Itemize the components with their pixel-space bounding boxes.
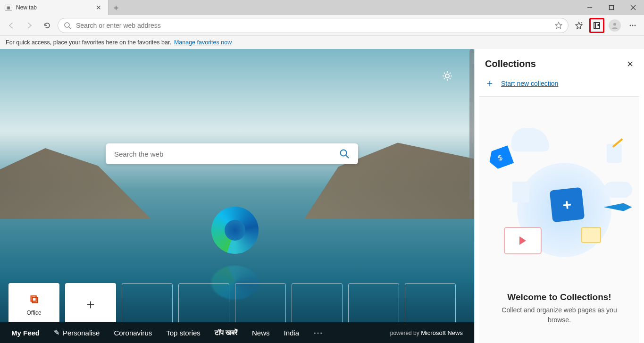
close-tab-icon[interactable]: ✕ — [94, 2, 103, 13]
browser-tab[interactable]: ▦ New tab ✕ — [0, 0, 109, 15]
collections-title: Collections — [485, 59, 536, 69]
top-sites: ⧉ Office ＋ — [8, 283, 456, 326]
favorites-hint: For quick access, place your favorites h… — [6, 39, 171, 46]
feed-personalise[interactable]: ✎ Personalise — [54, 328, 100, 337]
add-tile-icon: + — [549, 187, 585, 223]
svg-point-14 — [632, 25, 634, 26]
cloud-icon — [604, 182, 632, 198]
profile-button[interactable] — [607, 18, 622, 33]
topsite-label: Office — [26, 310, 41, 316]
svg-point-12 — [613, 23, 616, 25]
plus-icon: ＋ — [84, 295, 97, 313]
svg-point-25 — [341, 150, 347, 156]
new-tab-page: ⧉ Office ＋ My Feed ✎ Personalise Coronav… — [0, 49, 474, 343]
svg-line-21 — [444, 73, 445, 74]
topsite-empty[interactable] — [348, 283, 399, 326]
web-search-icon[interactable] — [339, 149, 350, 159]
main-area: ⧉ Office ＋ My Feed ✎ Personalise Coronav… — [0, 49, 644, 343]
search-icon — [64, 22, 71, 29]
svg-point-16 — [445, 74, 449, 78]
refresh-button[interactable] — [40, 18, 55, 33]
feed-myfeed[interactable]: My Feed — [11, 329, 40, 337]
feed-link[interactable]: Top stories — [166, 329, 201, 337]
collections-button[interactable] — [589, 18, 604, 33]
feed-link[interactable]: Coronavirus — [114, 329, 152, 337]
svg-line-22 — [450, 78, 451, 79]
window-controls — [579, 0, 644, 15]
price-tag-icon: $ — [486, 145, 514, 171]
back-button[interactable] — [4, 18, 19, 33]
feed-powered-by: powered by Microsoft News — [390, 329, 463, 336]
collections-welcome-body: Collect and organize web pages as you br… — [479, 305, 639, 325]
svg-rect-8 — [594, 23, 600, 28]
favorite-star-icon[interactable] — [555, 22, 562, 29]
svg-rect-1 — [610, 6, 614, 10]
topsite-empty[interactable] — [405, 283, 456, 326]
address-bar[interactable] — [58, 18, 569, 33]
video-icon — [504, 227, 542, 254]
topsite-office[interactable]: ⧉ Office — [8, 283, 59, 326]
favorites-bar: For quick access, place your favorites h… — [0, 36, 644, 49]
avatar-icon — [609, 19, 621, 32]
start-new-collection-link[interactable]: ＋ Start new collection — [475, 74, 644, 96]
feed-bar: My Feed ✎ Personalise Coronavirus Top st… — [0, 322, 474, 343]
settings-menu-button[interactable] — [625, 18, 640, 33]
minimize-button[interactable] — [579, 0, 601, 15]
new-tab-button[interactable]: ＋ — [109, 0, 124, 15]
collections-illustration: $ + — [484, 125, 635, 285]
topsite-add[interactable]: ＋ — [65, 283, 116, 326]
svg-line-24 — [444, 78, 445, 79]
feed-link[interactable]: News — [252, 329, 270, 337]
plus-icon: ＋ — [485, 77, 494, 90]
office-icon: ⧉ — [30, 293, 38, 306]
feed-more-icon[interactable]: ⋯ — [313, 327, 323, 338]
web-search-input[interactable] — [114, 150, 339, 158]
svg-point-4 — [65, 23, 69, 27]
document-icon — [512, 182, 529, 202]
forward-button[interactable] — [22, 18, 37, 33]
feed-link[interactable]: India — [284, 329, 300, 337]
svg-point-13 — [630, 25, 631, 26]
picture-icon — [581, 227, 601, 243]
shoe-icon — [511, 128, 549, 151]
scrollbar[interactable] — [469, 49, 474, 200]
address-input[interactable] — [76, 22, 550, 29]
collections-panel: Collections ✕ ＋ Start new collection $ +… — [474, 49, 644, 343]
maximize-button[interactable] — [601, 0, 622, 15]
svg-line-5 — [69, 27, 71, 29]
pencil-icon: ✎ — [54, 328, 60, 337]
close-panel-button[interactable]: ✕ — [627, 59, 634, 69]
topsite-empty[interactable] — [122, 283, 173, 326]
favorites-button[interactable] — [571, 18, 586, 33]
web-search-box[interactable] — [106, 143, 358, 164]
tab-title: New tab — [16, 4, 37, 11]
collections-header: Collections ✕ — [475, 49, 644, 74]
topsite-empty[interactable] — [178, 283, 229, 326]
svg-line-23 — [450, 73, 451, 74]
svg-line-26 — [346, 155, 349, 158]
manage-favorites-link[interactable]: Manage favorites now — [174, 39, 232, 46]
close-window-button[interactable] — [622, 0, 644, 15]
collections-welcome-heading: Welcome to Collections! — [507, 292, 611, 302]
titlebar: ▦ New tab ✕ ＋ — [0, 0, 644, 15]
topsite-empty[interactable] — [235, 283, 286, 326]
topsite-empty[interactable] — [292, 283, 343, 326]
feed-link[interactable]: टॉप खबरें — [215, 328, 238, 337]
page-settings-button[interactable] — [442, 71, 452, 81]
collections-body: $ + Welcome to Collections! Collect and … — [479, 96, 639, 343]
svg-point-15 — [635, 25, 636, 26]
toolbar — [0, 15, 644, 36]
edge-logo — [211, 207, 259, 254]
tab-favicon: ▦ — [5, 5, 12, 10]
